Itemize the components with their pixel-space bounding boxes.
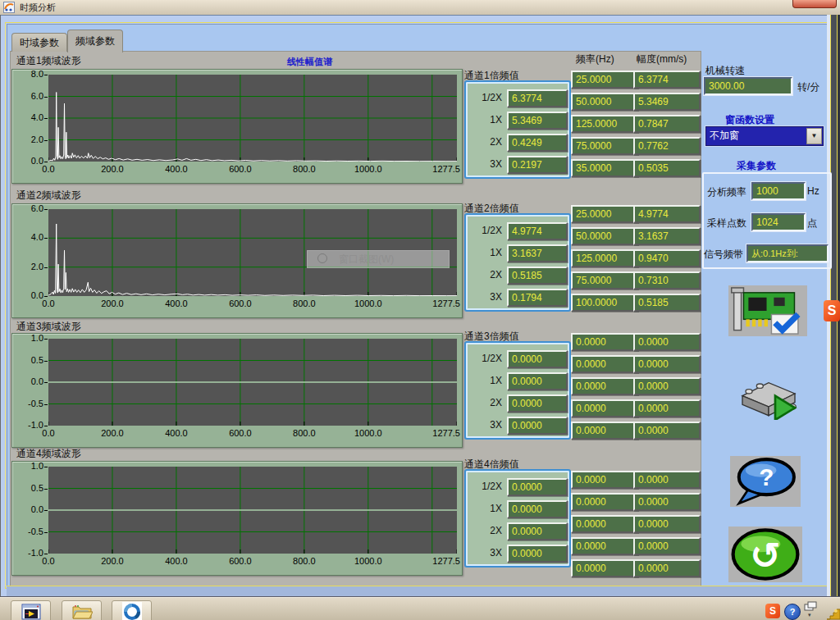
order-value[interactable]: 3.1637 — [507, 244, 568, 262]
chart-title-ch4: 通道4频域波形 — [16, 447, 81, 461]
amp-cell[interactable]: 0.0000 — [633, 537, 701, 555]
freq-cell[interactable]: 50.0000 — [571, 227, 638, 245]
freq-cell[interactable]: 75.0000 — [571, 137, 638, 155]
x-axis-tick-label: 800.0 — [286, 299, 322, 308]
amp-cell[interactable]: 0.0000 — [633, 515, 701, 533]
taskbar-button-explorer[interactable] — [62, 600, 102, 620]
show-windows-icon[interactable] — [804, 601, 817, 613]
x-axis-tick-label: 1000.0 — [350, 556, 386, 566]
window-function-label: 窗函数设置 — [725, 113, 774, 127]
amp-cell[interactable]: 0.5185 — [633, 294, 701, 312]
amp-cell[interactable]: 3.1637 — [633, 227, 701, 245]
taskbar-button-browser[interactable] — [112, 600, 152, 620]
freq-cell[interactable]: 100.0000 — [571, 294, 638, 312]
x-axis-tick-label: 400.0 — [158, 299, 194, 308]
y-axis-tick-label: 6.0 — [12, 91, 43, 101]
amp-cell[interactable]: 0.7762 — [633, 137, 701, 155]
freq-cell[interactable]: 125.0000 — [571, 115, 638, 133]
freq-cell[interactable]: 25.0000 — [571, 205, 638, 223]
chart-ch1[interactable]: 0.02.04.06.08.0 0.0200.0400.0600.0800.01… — [11, 69, 463, 184]
order-value[interactable]: 0.0000 — [507, 350, 568, 368]
freq-cell[interactable]: 0.0000 — [571, 422, 638, 440]
freq-cell[interactable]: 25.0000 — [571, 71, 638, 89]
freq-cell[interactable]: 50.0000 — [571, 93, 638, 111]
order-value[interactable]: 0.0000 — [507, 394, 568, 413]
order-value[interactable]: 0.0000 — [507, 417, 568, 435]
order-value[interactable]: 0.2197 — [507, 156, 568, 174]
analysis-freq-field[interactable]: 1000 — [751, 182, 806, 200]
order-value[interactable]: 0.5185 — [507, 267, 568, 285]
freq-cell[interactable]: 0.0000 — [571, 471, 638, 489]
chart-ch2[interactable]: 0.02.04.06.0 0.0200.0400.0600.0800.01000… — [11, 203, 463, 318]
tab-time-domain[interactable]: 时域参数 — [11, 33, 67, 52]
freq-cell[interactable]: 0.0000 — [571, 493, 638, 511]
close-button[interactable] — [792, 0, 837, 8]
screen-capture-overlay[interactable]: 窗口截图(W) — [307, 250, 450, 268]
plot-area-ch4[interactable] — [48, 467, 457, 554]
freq-cell[interactable]: 0.0000 — [571, 355, 638, 373]
speed-unit: 转/分 — [797, 80, 819, 94]
amp-cell[interactable]: 0.0000 — [633, 399, 701, 417]
order-value[interactable]: 4.9774 — [507, 222, 568, 240]
order-value[interactable]: 0.4249 — [507, 134, 568, 152]
plot-area-ch3[interactable] — [48, 339, 457, 426]
order-value[interactable]: 0.0000 — [507, 478, 568, 496]
device-run-button[interactable] — [733, 367, 804, 420]
amp-cell[interactable]: 0.0000 — [633, 333, 701, 351]
freq-cell[interactable]: 75.0000 — [571, 271, 638, 289]
speed-value-field[interactable]: 3000.00 — [704, 77, 792, 95]
window-function-dropdown[interactable]: 不加窗 ▼ — [705, 126, 824, 146]
reset-button[interactable]: ↺ — [728, 527, 802, 582]
chevron-down-icon[interactable]: ▼ — [806, 128, 822, 144]
amp-cell[interactable]: 0.0000 — [633, 471, 701, 489]
analysis-freq-unit: Hz — [807, 185, 819, 197]
signal-band-field[interactable]: 从:0.1Hz到: — [746, 244, 829, 262]
freq-cell[interactable]: 0.0000 — [571, 537, 638, 555]
window-bottom-strip — [7, 586, 827, 597]
window-title: 时频分析 — [20, 2, 56, 14]
freq-cell[interactable]: 125.0000 — [571, 249, 638, 267]
amp-cell[interactable]: 0.0000 — [633, 559, 701, 577]
amp-cell[interactable]: 0.9470 — [633, 249, 701, 267]
freq-cell[interactable]: 0.0000 — [571, 377, 638, 395]
amp-cell[interactable]: 0.0000 — [633, 422, 701, 440]
tray-expand-arrow-icon[interactable]: ▾ — [808, 612, 811, 618]
amp-cell[interactable]: 0.5035 — [633, 159, 701, 177]
order-label: 1/2X — [469, 225, 502, 236]
freq-cell[interactable]: 0.0000 — [571, 559, 638, 577]
amp-cell[interactable]: 0.0000 — [633, 493, 701, 511]
freq-cell[interactable]: 0.0000 — [571, 399, 638, 417]
help-button[interactable]: ? — [730, 456, 801, 507]
amp-cell[interactable]: 4.9774 — [633, 205, 701, 223]
sample-points-field[interactable]: 1024 — [751, 213, 806, 231]
order-value[interactable]: 0.0000 — [507, 372, 568, 390]
amp-cell[interactable]: 0.0000 — [633, 355, 701, 373]
amp-cell[interactable]: 0.7310 — [633, 271, 701, 289]
tray-capture-badge[interactable]: S — [765, 604, 780, 618]
order-value[interactable]: 0.0000 — [507, 522, 568, 540]
taskbar-button-labview[interactable] — [11, 600, 51, 620]
amp-cell[interactable]: 5.3469 — [633, 93, 701, 111]
order-value[interactable]: 0.1794 — [507, 289, 568, 307]
hardware-config-button[interactable] — [728, 285, 807, 336]
amp-cell[interactable]: 0.0000 — [633, 377, 701, 395]
y-axis-tick-label: 1.0 — [12, 333, 43, 343]
tray-help-icon[interactable]: ? — [784, 604, 801, 620]
chart-ch3[interactable]: -1.0-0.50.00.51.0 0.0200.0400.0600.0800.… — [11, 333, 463, 448]
folder-icon — [71, 604, 93, 620]
order-value[interactable]: 5.3469 — [507, 112, 568, 130]
chart-ch4[interactable]: -1.0-0.50.00.51.0 0.0200.0400.0600.0800.… — [11, 461, 463, 576]
window-left-edge — [0, 15, 1, 597]
freq-cell[interactable]: 35.0000 — [571, 159, 638, 177]
amp-cell[interactable]: 0.7847 — [633, 115, 701, 133]
help-bubble-icon: ? — [730, 456, 801, 507]
freq-cell[interactable]: 0.0000 — [571, 515, 638, 533]
amp-cell[interactable]: 6.3774 — [633, 71, 701, 89]
order-value[interactable]: 0.0000 — [507, 500, 568, 518]
tab-frequency-domain[interactable]: 频域参数 — [67, 30, 123, 52]
freq-cell[interactable]: 0.0000 — [571, 333, 638, 351]
order-value[interactable]: 0.0000 — [507, 545, 568, 563]
plot-area-ch1[interactable] — [48, 75, 457, 162]
order-value[interactable]: 6.3774 — [507, 89, 568, 107]
screen-capture-edge-badge[interactable]: S — [824, 300, 840, 321]
